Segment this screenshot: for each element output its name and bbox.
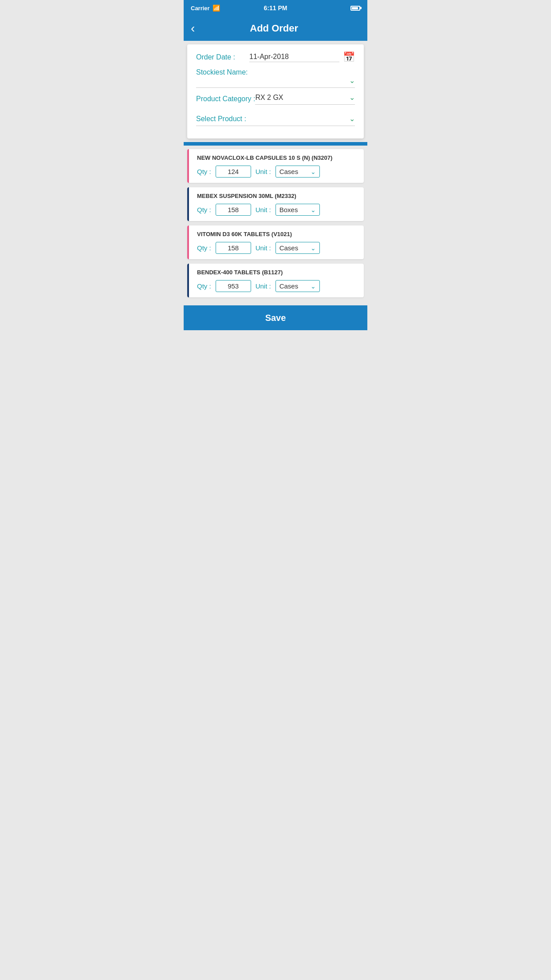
product-name: MEBEX SUSPENSION 30ML (M2332) [197, 193, 358, 199]
qty-input[interactable] [216, 242, 251, 254]
blue-separator [184, 142, 367, 146]
product-item: MEBEX SUSPENSION 30ML (M2332) Qty : Unit… [187, 187, 364, 221]
select-product-label: Select Product : [196, 115, 249, 123]
wifi-icon: 📶 [213, 4, 220, 12]
unit-label: Unit : [256, 206, 271, 213]
calendar-icon[interactable]: 📅 [343, 51, 355, 63]
save-label: Save [265, 313, 286, 323]
back-button[interactable]: ‹ [191, 22, 195, 35]
order-date-value: 11-Apr-2018 [249, 53, 339, 62]
unit-select[interactable]: Cases ⌄ [276, 280, 320, 292]
product-name: BENDEX-400 TABLETS (B1127) [197, 269, 358, 276]
qty-label: Qty : [197, 244, 211, 252]
unit-chevron-icon: ⌄ [311, 245, 316, 252]
stockiest-section: Stockiest Name: ⌄ [196, 68, 355, 88]
unit-chevron-icon: ⌄ [311, 206, 316, 213]
unit-label: Unit : [256, 282, 271, 290]
unit-select-value: Cases [279, 168, 299, 175]
qty-input[interactable] [216, 166, 251, 178]
order-date-label: Order Date : [196, 53, 249, 61]
unit-select[interactable]: Cases ⌄ [276, 242, 320, 254]
unit-label: Unit : [256, 168, 271, 175]
product-item: BENDEX-400 TABLETS (B1127) Qty : Unit : … [187, 264, 364, 297]
status-time: 6:11 PM [264, 4, 287, 12]
unit-label: Unit : [256, 244, 271, 252]
status-bar: Carrier 📶 6:11 PM [184, 0, 367, 16]
battery-area [350, 6, 360, 11]
unit-select-value: Cases [279, 282, 299, 290]
unit-chevron-icon: ⌄ [311, 168, 316, 175]
battery-icon [350, 6, 360, 11]
product-category-value: RX 2 GX [255, 94, 346, 102]
unit-select[interactable]: Cases ⌄ [276, 166, 320, 178]
product-category-dropdown[interactable]: RX 2 GX ⌄ [255, 93, 355, 105]
unit-select-value: Boxes [279, 206, 298, 213]
qty-input[interactable] [216, 280, 251, 292]
page-title: Add Order [200, 23, 348, 34]
qty-label: Qty : [197, 282, 211, 290]
select-product-chevron-icon: ⌄ [349, 115, 355, 123]
qty-input[interactable] [216, 204, 251, 216]
qty-label: Qty : [197, 168, 211, 175]
stockiest-dropdown[interactable]: ⌄ [196, 76, 355, 88]
product-list: NEW NOVACLOX-LB CAPSULES 10 S (N) (N3207… [184, 146, 367, 305]
select-product-dropdown[interactable]: Select Product : ⌄ [196, 115, 355, 126]
app-header: ‹ Add Order [184, 16, 367, 41]
product-category-row: Product Category : RX 2 GX ⌄ [196, 93, 355, 105]
qty-label: Qty : [197, 206, 211, 213]
product-item: VITOMIN D3 60K TABLETS (V1021) Qty : Uni… [187, 225, 364, 259]
unit-select[interactable]: Boxes ⌄ [276, 204, 320, 216]
order-form: Order Date : 11-Apr-2018 📅 Stockiest Nam… [187, 44, 364, 138]
product-category-label: Product Category : [196, 95, 255, 103]
product-name: VITOMIN D3 60K TABLETS (V1021) [197, 231, 358, 237]
carrier-info: Carrier 📶 [191, 4, 220, 12]
save-button[interactable]: Save [184, 305, 367, 330]
product-name: NEW NOVACLOX-LB CAPSULES 10 S (N) (N3207… [197, 154, 358, 161]
product-category-chevron-icon: ⌄ [349, 93, 355, 102]
carrier-label: Carrier [191, 5, 210, 12]
product-item: NEW NOVACLOX-LB CAPSULES 10 S (N) (N3207… [187, 149, 364, 183]
unit-chevron-icon: ⌄ [311, 283, 316, 290]
unit-select-value: Cases [279, 244, 299, 252]
stockiest-chevron-icon: ⌄ [349, 76, 355, 85]
stockiest-label: Stockiest Name: [196, 68, 355, 76]
order-date-row: Order Date : 11-Apr-2018 📅 [196, 51, 355, 63]
